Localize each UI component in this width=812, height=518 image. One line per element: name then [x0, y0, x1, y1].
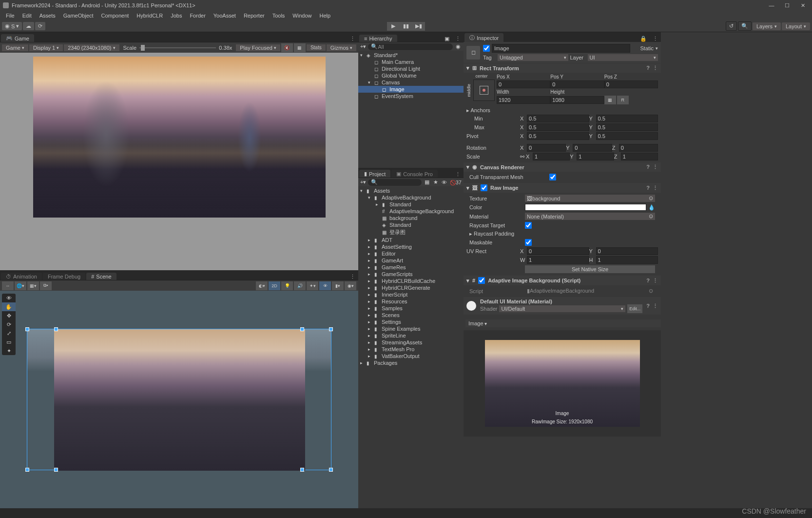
project-item[interactable]: ▸▮GameScripts [358, 271, 464, 278]
hierarchy-item[interactable]: ◻EventSystem [358, 93, 464, 100]
pivot-y[interactable] [596, 132, 658, 140]
tab-inspector[interactable]: ⓘInspector [464, 33, 503, 42]
width-field[interactable] [497, 96, 550, 104]
project-item[interactable]: ▸▮Spine Examples [358, 325, 464, 332]
light-toggle[interactable]: 💡 [281, 281, 293, 290]
hierarchy-item[interactable]: ◻Global Volume [358, 72, 464, 79]
raycast-padding-foldout[interactable]: ▸ Raycast Padding [469, 231, 514, 237]
pause-button[interactable]: ▮▮ [400, 22, 412, 31]
step-button[interactable]: ▶▮ [412, 22, 425, 31]
menu-hybridclr[interactable]: HybridCLR [133, 12, 167, 20]
uv-x[interactable] [527, 247, 589, 255]
scene-view[interactable]: 👁 ✋ ✥ ⟳ ⤢ ▭ ✦ [0, 291, 358, 508]
tab-framedebug[interactable]: Frame Debug [43, 273, 85, 280]
menu-yooasset[interactable]: YooAsset [210, 12, 240, 20]
shader-edit-button[interactable]: Edit... [627, 304, 642, 313]
project-item[interactable]: ▸▮Samples [358, 305, 464, 312]
script-field[interactable]: ▮AdaptiveImageBackground⊙ [525, 287, 655, 295]
menu-tools[interactable]: Tools [269, 12, 289, 20]
hierarchy-search[interactable]: 🔍All [368, 43, 453, 50]
cloud-button[interactable]: ☁ [23, 22, 34, 30]
anchors-foldout[interactable]: ▸ Anchors [466, 107, 490, 114]
hierarchy-create-button[interactable]: +▾ [360, 43, 366, 50]
gameobject-icon[interactable]: ◻ [466, 46, 480, 60]
scene-image-object[interactable] [54, 329, 305, 471]
uv-w[interactable] [527, 256, 589, 264]
gizmos-toggle[interactable]: ◉▾ [345, 281, 356, 290]
project-item[interactable]: ▸▮InnerScript [358, 291, 464, 298]
scale-x[interactable] [533, 153, 570, 160]
project-item[interactable]: ▾▮AdaptiveBackground [358, 194, 464, 201]
hierarchy-item[interactable]: ▾◈Standard* [358, 52, 464, 59]
menu-gameobject[interactable]: GameObject [59, 12, 97, 20]
menu-component[interactable]: Component [97, 12, 133, 20]
project-item[interactable]: ▸▮ADT [358, 237, 464, 243]
static-dropdown[interactable]: ▾ [656, 46, 658, 51]
mute-button[interactable]: 🔇 [281, 43, 293, 52]
menu-jobs[interactable]: Jobs [167, 12, 186, 20]
menu-edit[interactable]: Edit [19, 12, 36, 20]
maximize-button[interactable]: ☐ [784, 2, 791, 9]
inspector-lock[interactable]: 🔒 [637, 36, 650, 42]
texture-field[interactable]: 🖼background⊙ [525, 195, 655, 202]
scene-tab-options[interactable]: ⋮ [347, 274, 358, 280]
link-icon[interactable]: ⚯ [520, 154, 526, 160]
preview-tab[interactable]: Image ▾ [465, 319, 661, 327]
close-button[interactable]: ✕ [799, 2, 806, 9]
cull-mesh-checkbox[interactable] [549, 174, 556, 180]
project-item[interactable]: ▸▮Standard [358, 201, 464, 208]
project-search[interactable]: 🔍 [368, 179, 421, 186]
tag-dropdown[interactable]: Untagged▾ [498, 54, 568, 61]
gameobject-name-field[interactable] [492, 44, 630, 53]
layout-dropdown[interactable]: Layout ▾ [782, 22, 810, 30]
project-item[interactable]: ▾▮Assets [358, 187, 464, 194]
project-item[interactable]: ▸▮Editor [358, 250, 464, 257]
local-tool[interactable]: 🌐▾ [15, 281, 26, 290]
anchor-min-y[interactable] [596, 115, 658, 122]
uv-h[interactable] [596, 256, 658, 264]
material-field[interactable]: None (Material)⊙ [525, 213, 655, 220]
anchor-preset-button[interactable] [473, 80, 495, 101]
shade-mode[interactable]: ◐▾ [256, 281, 268, 290]
account-button[interactable]: ◉ S ▾ [2, 22, 22, 30]
menu-forder[interactable]: Forder [186, 12, 209, 20]
game-tab-options[interactable]: ⋮ [347, 36, 358, 42]
scale-y[interactable] [577, 153, 614, 160]
hand-tool[interactable]: ✋ [2, 302, 16, 311]
rect-transform-header[interactable]: ▾ ⊞ Rect Transform?⋮ [464, 63, 661, 73]
uv-y[interactable] [596, 247, 658, 255]
camera-toggle[interactable]: ▮▾ [332, 281, 344, 290]
project-fav[interactable]: ★ [432, 179, 439, 186]
raycast-target-checkbox[interactable] [525, 222, 532, 229]
rot-x[interactable] [527, 144, 566, 152]
project-item[interactable]: ▸▮VatBakerOutput [358, 353, 464, 359]
pivot-tool[interactable]: ↔ [2, 281, 14, 290]
hierarchy-item[interactable]: ◻Directional Light [358, 65, 464, 72]
gizmos-dropdown[interactable]: Gizmos ▾ [327, 44, 356, 51]
audio-toggle[interactable]: 🔊 [294, 281, 306, 290]
maskable-checkbox[interactable] [525, 239, 532, 246]
project-item[interactable]: ▸▮SpriteLine [358, 332, 464, 339]
project-item[interactable]: ▸▮Settings [358, 319, 464, 325]
adaptive-enabled[interactable] [478, 277, 485, 284]
gameobject-enabled-checkbox[interactable] [483, 45, 490, 52]
resolution-dropdown[interactable]: 2340 (2340x1080) ▾ [64, 44, 119, 51]
rot-z[interactable] [619, 144, 658, 152]
hierarchy-maximize[interactable]: ▣ [442, 36, 452, 42]
inspector-options[interactable]: ⋮ [650, 36, 661, 42]
project-item[interactable]: ▦登录图 [358, 228, 464, 237]
project-filter[interactable]: ▦ [424, 179, 430, 186]
stats-button[interactable]: Stats [307, 44, 326, 51]
rawimage-enabled[interactable] [481, 184, 487, 191]
menu-reporter[interactable]: Reporter [240, 12, 269, 20]
rotate-tool[interactable]: ⟳ [2, 320, 16, 329]
canvas-renderer-header[interactable]: ▾ ◉ Canvas Renderer?⋮ [464, 162, 661, 172]
play-button[interactable]: ▶ [387, 22, 400, 31]
adaptive-script-header[interactable]: ▾ # Adaptive Image Background (Script)?⋮ [464, 276, 661, 285]
vsync-button[interactable]: ▦ [294, 43, 306, 52]
hidden-toggle[interactable]: 👁 [319, 281, 331, 290]
hierarchy-item[interactable]: ◻Image [358, 86, 464, 93]
tab-hierarchy[interactable]: ≡Hierarchy [359, 35, 397, 42]
undo-history-button[interactable]: ⟳ [35, 22, 45, 30]
scene-canvas-bounds[interactable] [27, 329, 331, 470]
